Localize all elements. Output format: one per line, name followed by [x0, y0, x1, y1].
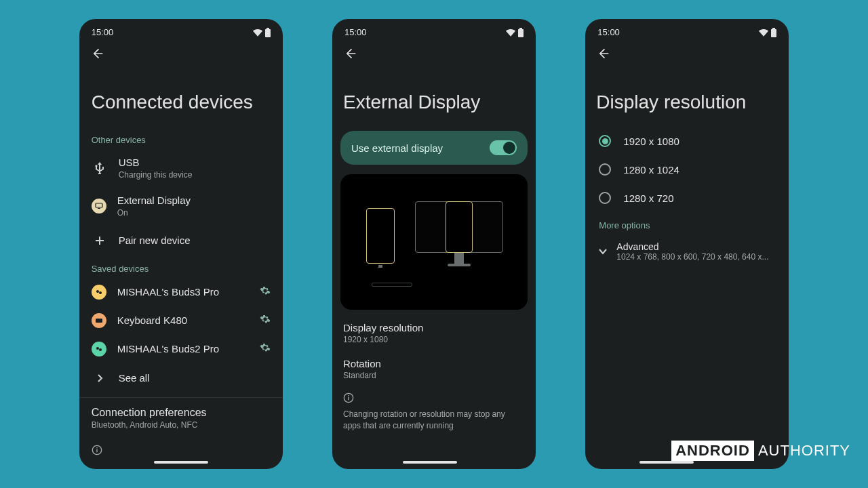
watermark-light: AUTHORITY — [758, 442, 850, 460]
resolution-option-1920x1080[interactable]: 1920 x 1080 — [585, 127, 789, 155]
info-text: Changing rotation or resolution may stop… — [332, 409, 536, 439]
connection-preferences-item[interactable]: Connection preferences Bluetooth, Androi… — [79, 398, 283, 440]
nav-handle[interactable] — [639, 461, 694, 464]
resolution-option-868x488[interactable]: 868 x 488 — [585, 184, 789, 212]
status-icons — [253, 28, 271, 37]
gear-icon[interactable] — [260, 285, 271, 298]
back-icon[interactable] — [90, 47, 104, 60]
svg-rect-0 — [265, 29, 271, 37]
status-bar: 15:00 — [585, 19, 789, 40]
monitor-base-icon — [448, 264, 471, 266]
svg-rect-13 — [519, 28, 522, 29]
status-bar: 15:00 — [332, 19, 536, 40]
nav-handle[interactable] — [403, 461, 457, 464]
svg-point-5 — [99, 291, 102, 294]
phone-stand-icon — [378, 265, 382, 268]
keyboard-icon — [92, 313, 106, 328]
info-icon — [92, 445, 102, 455]
saved-device-buds3[interactable]: MISHAAL's Buds3 Pro — [79, 278, 283, 306]
svg-rect-12 — [518, 29, 524, 37]
chevron-right-icon — [92, 370, 108, 386]
status-time: 15:00 — [344, 27, 367, 37]
svg-rect-15 — [348, 397, 349, 401]
svg-rect-16 — [348, 395, 349, 396]
nav-handle[interactable] — [154, 461, 208, 464]
battery-icon — [265, 28, 271, 37]
svg-rect-11 — [96, 447, 97, 448]
earbuds-icon — [92, 285, 106, 300]
status-time: 15:00 — [92, 27, 114, 37]
wifi-icon — [759, 28, 768, 37]
page-title: Connected devices — [79, 70, 283, 127]
gear-icon[interactable] — [260, 342, 271, 355]
status-time: 15:00 — [597, 27, 620, 37]
screen-display-resolution: 15:00 Display resolution 1920 x 1080 128… — [585, 19, 789, 469]
opt1-label: 1920 x 1080 — [623, 136, 679, 147]
use-external-display-toggle[interactable]: Use external display — [340, 131, 528, 165]
svg-rect-2 — [96, 203, 102, 207]
watermark: ANDROID AUTHORITY — [671, 441, 850, 461]
plus-icon — [92, 232, 108, 249]
usb-sub: Charging this device — [119, 169, 271, 181]
usb-icon — [92, 160, 108, 176]
extdisp-sub: On — [117, 207, 271, 219]
svg-rect-18 — [772, 28, 775, 29]
radio-unchecked-icon — [599, 163, 611, 176]
status-icons — [759, 28, 776, 37]
display-icon — [92, 199, 106, 214]
battery-icon — [771, 28, 776, 37]
section-more-options: More options — [585, 212, 789, 235]
section-other-devices: Other devices — [79, 127, 283, 149]
gear-icon[interactable] — [260, 314, 271, 327]
phone-preview-icon — [366, 208, 395, 264]
resolution-option-1280x1024[interactable]: 1280 x 1024 — [585, 155, 789, 184]
back-icon[interactable] — [343, 47, 357, 60]
status-bar: 15:00 — [79, 19, 283, 40]
res-title: Display resolution — [343, 322, 525, 333]
switch-on-icon[interactable] — [490, 140, 517, 155]
usb-title: USB — [119, 156, 271, 169]
conn-pref-sub: Bluetooth, Android Auto, NFC — [92, 420, 271, 431]
info-icon — [343, 392, 354, 403]
phone-on-monitor-icon — [446, 201, 473, 253]
pair-title: Pair new device — [119, 234, 271, 247]
see-all-label: See all — [119, 371, 271, 385]
svg-rect-6 — [96, 319, 102, 323]
adv-title: Advanced — [616, 241, 768, 252]
external-display-item[interactable]: External Display On — [79, 187, 283, 225]
saved-device-buds2[interactable]: MISHAAL's Buds2 Pro — [79, 335, 283, 363]
page-title: External Display — [332, 70, 536, 127]
battery-icon — [518, 28, 524, 37]
page-title: Display resolution — [585, 70, 789, 127]
svg-point-7 — [96, 347, 99, 350]
dev2-title: Keyboard K480 — [117, 314, 249, 327]
usb-item[interactable]: USB Charging this device — [79, 149, 283, 187]
keyboard-icon — [372, 283, 412, 287]
conn-pref-title: Connection preferences — [92, 406, 271, 420]
rot-sub: Standard — [343, 371, 525, 380]
rotation-item[interactable]: Rotation Standard — [332, 351, 536, 387]
wifi-icon — [253, 28, 262, 37]
svg-rect-17 — [771, 29, 776, 37]
svg-rect-3 — [98, 208, 100, 209]
radio-unchecked-icon — [599, 192, 611, 204]
saved-device-keyboard[interactable]: Keyboard K480 — [79, 306, 283, 335]
svg-point-4 — [96, 290, 99, 293]
advanced-item[interactable]: Advanced 1024 x 768, 800 x 600, 720 x 48… — [585, 235, 789, 268]
toggle-label: Use external display — [351, 142, 443, 154]
back-icon[interactable] — [596, 47, 610, 60]
svg-rect-1 — [267, 28, 269, 29]
chevron-down-icon — [599, 247, 607, 257]
see-all-item[interactable]: See all — [79, 363, 283, 393]
radio-checked-icon — [599, 135, 611, 147]
earbuds-icon — [92, 342, 106, 357]
wifi-icon — [506, 28, 515, 37]
display-resolution-item[interactable]: Display resolution 1920 x 1080 — [332, 315, 536, 351]
extdisp-title: External Display — [117, 194, 271, 207]
watermark-bold: ANDROID — [671, 441, 754, 461]
adv-sub: 1024 x 768, 800 x 600, 720 x 480, 640 x.… — [616, 252, 768, 262]
display-arrangement-preview[interactable] — [340, 174, 528, 310]
svg-point-8 — [99, 348, 102, 351]
screen-external-display: 15:00 External Display Use external disp… — [332, 19, 536, 469]
pair-new-device-item[interactable]: Pair new device — [79, 226, 283, 256]
